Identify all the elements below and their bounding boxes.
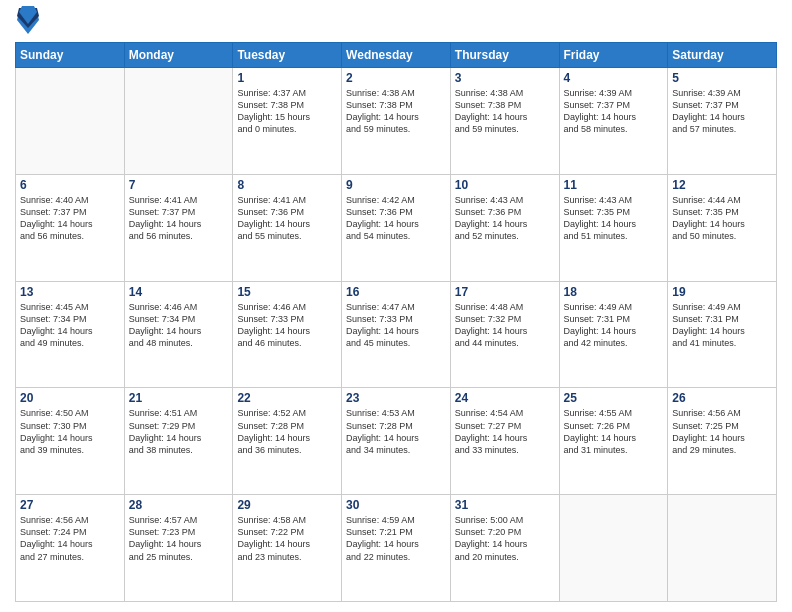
calendar-cell: 2Sunrise: 4:38 AM Sunset: 7:38 PM Daylig…	[342, 68, 451, 175]
calendar-cell: 26Sunrise: 4:56 AM Sunset: 7:25 PM Dayli…	[668, 388, 777, 495]
cell-text: Sunrise: 4:54 AM Sunset: 7:27 PM Dayligh…	[455, 407, 555, 456]
calendar-cell: 15Sunrise: 4:46 AM Sunset: 7:33 PM Dayli…	[233, 281, 342, 388]
day-number: 7	[129, 178, 229, 192]
cell-text: Sunrise: 4:37 AM Sunset: 7:38 PM Dayligh…	[237, 87, 337, 136]
day-number: 5	[672, 71, 772, 85]
cell-text: Sunrise: 4:57 AM Sunset: 7:23 PM Dayligh…	[129, 514, 229, 563]
calendar-cell: 14Sunrise: 4:46 AM Sunset: 7:34 PM Dayli…	[124, 281, 233, 388]
day-number: 4	[564, 71, 664, 85]
calendar-cell: 17Sunrise: 4:48 AM Sunset: 7:32 PM Dayli…	[450, 281, 559, 388]
cell-text: Sunrise: 4:39 AM Sunset: 7:37 PM Dayligh…	[672, 87, 772, 136]
weekday-header: Saturday	[668, 43, 777, 68]
day-number: 28	[129, 498, 229, 512]
day-number: 12	[672, 178, 772, 192]
header	[15, 10, 777, 34]
cell-text: Sunrise: 4:44 AM Sunset: 7:35 PM Dayligh…	[672, 194, 772, 243]
day-number: 17	[455, 285, 555, 299]
weekday-header: Monday	[124, 43, 233, 68]
day-number: 31	[455, 498, 555, 512]
cell-text: Sunrise: 4:42 AM Sunset: 7:36 PM Dayligh…	[346, 194, 446, 243]
day-number: 1	[237, 71, 337, 85]
calendar-cell	[124, 68, 233, 175]
weekday-header: Wednesday	[342, 43, 451, 68]
day-number: 21	[129, 391, 229, 405]
calendar-cell: 12Sunrise: 4:44 AM Sunset: 7:35 PM Dayli…	[668, 174, 777, 281]
cell-text: Sunrise: 5:00 AM Sunset: 7:20 PM Dayligh…	[455, 514, 555, 563]
day-number: 13	[20, 285, 120, 299]
calendar-cell: 29Sunrise: 4:58 AM Sunset: 7:22 PM Dayli…	[233, 495, 342, 602]
calendar-cell: 11Sunrise: 4:43 AM Sunset: 7:35 PM Dayli…	[559, 174, 668, 281]
day-number: 6	[20, 178, 120, 192]
day-number: 3	[455, 71, 555, 85]
day-number: 11	[564, 178, 664, 192]
day-number: 18	[564, 285, 664, 299]
calendar-cell: 16Sunrise: 4:47 AM Sunset: 7:33 PM Dayli…	[342, 281, 451, 388]
calendar-cell	[16, 68, 125, 175]
day-number: 16	[346, 285, 446, 299]
calendar-cell	[559, 495, 668, 602]
cell-text: Sunrise: 4:50 AM Sunset: 7:30 PM Dayligh…	[20, 407, 120, 456]
week-row: 1Sunrise: 4:37 AM Sunset: 7:38 PM Daylig…	[16, 68, 777, 175]
weekday-header: Tuesday	[233, 43, 342, 68]
week-row: 6Sunrise: 4:40 AM Sunset: 7:37 PM Daylig…	[16, 174, 777, 281]
calendar-cell: 5Sunrise: 4:39 AM Sunset: 7:37 PM Daylig…	[668, 68, 777, 175]
calendar-cell: 22Sunrise: 4:52 AM Sunset: 7:28 PM Dayli…	[233, 388, 342, 495]
day-number: 20	[20, 391, 120, 405]
day-number: 26	[672, 391, 772, 405]
week-row: 27Sunrise: 4:56 AM Sunset: 7:24 PM Dayli…	[16, 495, 777, 602]
cell-text: Sunrise: 4:48 AM Sunset: 7:32 PM Dayligh…	[455, 301, 555, 350]
weekday-header: Thursday	[450, 43, 559, 68]
logo-icon	[17, 6, 39, 34]
cell-text: Sunrise: 4:59 AM Sunset: 7:21 PM Dayligh…	[346, 514, 446, 563]
day-number: 15	[237, 285, 337, 299]
calendar-cell: 3Sunrise: 4:38 AM Sunset: 7:38 PM Daylig…	[450, 68, 559, 175]
day-number: 27	[20, 498, 120, 512]
day-number: 24	[455, 391, 555, 405]
weekday-header: Sunday	[16, 43, 125, 68]
logo	[15, 10, 39, 34]
calendar-cell: 13Sunrise: 4:45 AM Sunset: 7:34 PM Dayli…	[16, 281, 125, 388]
day-number: 10	[455, 178, 555, 192]
cell-text: Sunrise: 4:56 AM Sunset: 7:24 PM Dayligh…	[20, 514, 120, 563]
calendar-cell: 24Sunrise: 4:54 AM Sunset: 7:27 PM Dayli…	[450, 388, 559, 495]
cell-text: Sunrise: 4:41 AM Sunset: 7:36 PM Dayligh…	[237, 194, 337, 243]
week-row: 13Sunrise: 4:45 AM Sunset: 7:34 PM Dayli…	[16, 281, 777, 388]
calendar-cell: 10Sunrise: 4:43 AM Sunset: 7:36 PM Dayli…	[450, 174, 559, 281]
cell-text: Sunrise: 4:38 AM Sunset: 7:38 PM Dayligh…	[346, 87, 446, 136]
calendar-cell: 1Sunrise: 4:37 AM Sunset: 7:38 PM Daylig…	[233, 68, 342, 175]
cell-text: Sunrise: 4:55 AM Sunset: 7:26 PM Dayligh…	[564, 407, 664, 456]
cell-text: Sunrise: 4:43 AM Sunset: 7:35 PM Dayligh…	[564, 194, 664, 243]
cell-text: Sunrise: 4:45 AM Sunset: 7:34 PM Dayligh…	[20, 301, 120, 350]
calendar-cell	[668, 495, 777, 602]
cell-text: Sunrise: 4:52 AM Sunset: 7:28 PM Dayligh…	[237, 407, 337, 456]
day-number: 8	[237, 178, 337, 192]
calendar-cell: 20Sunrise: 4:50 AM Sunset: 7:30 PM Dayli…	[16, 388, 125, 495]
calendar-cell: 18Sunrise: 4:49 AM Sunset: 7:31 PM Dayli…	[559, 281, 668, 388]
calendar-cell: 9Sunrise: 4:42 AM Sunset: 7:36 PM Daylig…	[342, 174, 451, 281]
calendar-cell: 4Sunrise: 4:39 AM Sunset: 7:37 PM Daylig…	[559, 68, 668, 175]
cell-text: Sunrise: 4:39 AM Sunset: 7:37 PM Dayligh…	[564, 87, 664, 136]
day-number: 14	[129, 285, 229, 299]
cell-text: Sunrise: 4:38 AM Sunset: 7:38 PM Dayligh…	[455, 87, 555, 136]
calendar-cell: 8Sunrise: 4:41 AM Sunset: 7:36 PM Daylig…	[233, 174, 342, 281]
calendar-cell: 28Sunrise: 4:57 AM Sunset: 7:23 PM Dayli…	[124, 495, 233, 602]
day-number: 19	[672, 285, 772, 299]
day-number: 25	[564, 391, 664, 405]
day-number: 29	[237, 498, 337, 512]
cell-text: Sunrise: 4:49 AM Sunset: 7:31 PM Dayligh…	[672, 301, 772, 350]
cell-text: Sunrise: 4:41 AM Sunset: 7:37 PM Dayligh…	[129, 194, 229, 243]
cell-text: Sunrise: 4:53 AM Sunset: 7:28 PM Dayligh…	[346, 407, 446, 456]
cell-text: Sunrise: 4:56 AM Sunset: 7:25 PM Dayligh…	[672, 407, 772, 456]
calendar-cell: 19Sunrise: 4:49 AM Sunset: 7:31 PM Dayli…	[668, 281, 777, 388]
day-number: 30	[346, 498, 446, 512]
calendar-cell: 30Sunrise: 4:59 AM Sunset: 7:21 PM Dayli…	[342, 495, 451, 602]
cell-text: Sunrise: 4:40 AM Sunset: 7:37 PM Dayligh…	[20, 194, 120, 243]
calendar-cell: 27Sunrise: 4:56 AM Sunset: 7:24 PM Dayli…	[16, 495, 125, 602]
calendar-cell: 7Sunrise: 4:41 AM Sunset: 7:37 PM Daylig…	[124, 174, 233, 281]
weekday-header: Friday	[559, 43, 668, 68]
day-number: 2	[346, 71, 446, 85]
calendar-table: SundayMondayTuesdayWednesdayThursdayFrid…	[15, 42, 777, 602]
day-number: 9	[346, 178, 446, 192]
calendar-cell: 25Sunrise: 4:55 AM Sunset: 7:26 PM Dayli…	[559, 388, 668, 495]
calendar-cell: 23Sunrise: 4:53 AM Sunset: 7:28 PM Dayli…	[342, 388, 451, 495]
